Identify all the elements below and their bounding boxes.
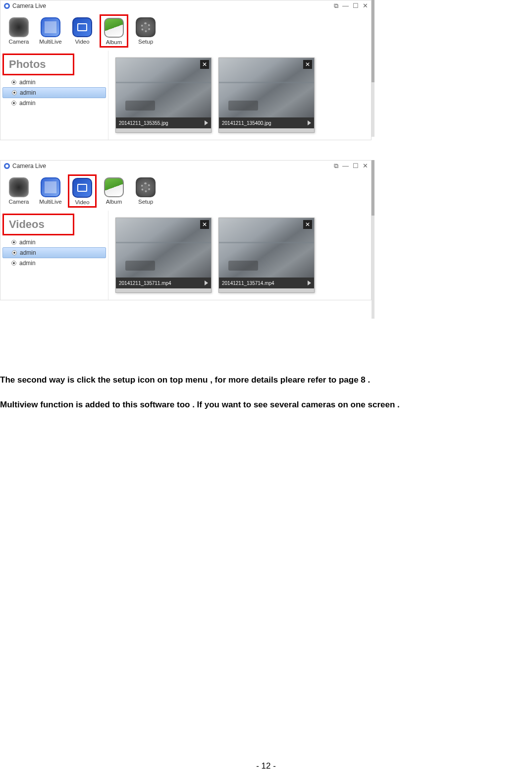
setup-icon [136, 17, 156, 37]
radio-icon [12, 90, 17, 95]
toolbar-label: Album [106, 39, 122, 45]
sidebar: Photos admin admin admin [0, 51, 108, 140]
toolbar-multilive[interactable]: MultiLive [36, 174, 65, 208]
thumbnail-filename: 20141211_135714.mp4 [222, 280, 274, 286]
thumbnail-filename: 20141211_135400.jpg [222, 120, 271, 126]
popout-icon[interactable]: ⧉ [334, 2, 338, 10]
toolbar-album[interactable]: Album [100, 14, 128, 48]
titlebar: Camera Live ⧉ — ☐ ✕ [0, 161, 371, 171]
svg-point-1 [5, 4, 8, 7]
toolbar-label: Video [75, 199, 89, 205]
sidebar-item[interactable]: admin [2, 87, 106, 98]
play-icon[interactable] [308, 120, 311, 125]
toolbar-label: Video [75, 39, 89, 45]
page-number: - 12 - [0, 761, 532, 771]
close-icon[interactable]: ✕ [303, 60, 312, 69]
sidebar-item[interactable]: admin [0, 258, 108, 268]
close-icon[interactable]: ✕ [363, 162, 368, 170]
sidebar-title-photos: Photos [2, 54, 74, 75]
popout-icon[interactable]: ⧉ [334, 162, 338, 170]
thumbnail-filename: 20141211_135355.jpg [119, 120, 168, 126]
photo-thumbnail[interactable]: ✕ 20141211_135400.jpg [218, 57, 315, 133]
thumbnail-filename: 20141211_135711.mp4 [119, 280, 171, 286]
setup-icon [136, 177, 156, 197]
sidebar-item[interactable]: admin [0, 77, 108, 87]
close-icon[interactable]: ✕ [200, 220, 209, 229]
toolbar-label: Album [106, 199, 122, 205]
titlebar: Camera Live ⧉ — ☐ ✕ [0, 0, 371, 11]
sidebar-item-label: admin [19, 79, 36, 86]
toolbar-album[interactable]: Album [100, 174, 128, 208]
window-title: Camera Live [12, 2, 46, 9]
album-icon [104, 177, 124, 197]
sidebar-item-label: admin [20, 249, 36, 256]
album-icon [104, 18, 124, 38]
app-icon [3, 163, 10, 169]
photo-thumbnail[interactable]: ✕ 20141211_135355.jpg [115, 57, 212, 133]
svg-point-3 [5, 165, 8, 167]
toolbar-label: MultiLive [39, 39, 61, 45]
sidebar: Videos admin admin admin [0, 211, 108, 300]
toolbar-video[interactable]: Video [68, 174, 97, 208]
sidebar-item-label: admin [19, 100, 36, 107]
toolbar-setup[interactable]: Setup [131, 14, 160, 48]
close-icon[interactable]: ✕ [303, 220, 312, 229]
sidebar-item-label: admin [19, 260, 36, 267]
sidebar-item[interactable]: admin [0, 237, 108, 247]
thumbnail-image [116, 218, 211, 278]
radio-icon [11, 80, 16, 85]
thumbnail-image [116, 58, 211, 117]
sidebar-item-label: admin [20, 89, 36, 96]
sidebar-title-videos: Videos [2, 214, 74, 235]
sidebar-item[interactable]: admin [2, 247, 106, 258]
close-icon[interactable]: ✕ [200, 60, 209, 69]
sidebar-item-label: admin [19, 239, 36, 246]
toolbar-video[interactable]: Video [68, 14, 97, 48]
multilive-icon [41, 177, 60, 197]
body-paragraph: The second way is click the setup icon o… [0, 374, 532, 387]
camera-live-window-videos: Camera Live ⧉ — ☐ ✕ Camera MultiLive Vid… [0, 160, 372, 300]
toolbar-camera[interactable]: Camera [4, 174, 33, 208]
thumbnail-grid: ✕ 20141211_135711.mp4 ✕ 20141211_135714.… [108, 211, 371, 300]
camera-icon [9, 17, 29, 37]
toolbar-camera[interactable]: Camera [4, 14, 33, 48]
sidebar-item[interactable]: admin [0, 98, 108, 108]
video-icon [72, 17, 92, 37]
toolbar-multilive[interactable]: MultiLive [36, 14, 65, 48]
video-thumbnail[interactable]: ✕ 20141211_135714.mp4 [218, 218, 315, 293]
toolbar-label: Camera [9, 39, 29, 45]
multilive-icon [41, 17, 60, 37]
play-icon[interactable] [205, 280, 208, 285]
radio-icon [11, 261, 16, 266]
video-icon [72, 178, 92, 198]
toolbar-label: Setup [138, 39, 153, 45]
play-icon[interactable] [308, 280, 311, 285]
radio-icon [11, 101, 16, 106]
minimize-icon[interactable]: — [342, 2, 349, 10]
thumbnail-grid: ✕ 20141211_135355.jpg ✕ 20141211_135400.… [108, 51, 371, 140]
close-icon[interactable]: ✕ [363, 2, 368, 10]
window-title: Camera Live [12, 163, 46, 169]
scrollbar[interactable] [372, 0, 374, 137]
play-icon[interactable] [205, 120, 208, 125]
app-icon [3, 2, 10, 9]
thumbnail-image [219, 218, 314, 278]
toolbar-label: Setup [138, 199, 153, 205]
toolbar: Camera MultiLive Video Album Setup [0, 11, 371, 51]
camera-live-window-photos: Camera Live ⧉ — ☐ ✕ Camera MultiLive Vid… [0, 0, 372, 140]
toolbar: Camera MultiLive Video Album Setup [0, 171, 371, 211]
scrollbar[interactable] [372, 160, 374, 319]
minimize-icon[interactable]: — [342, 162, 349, 170]
thumbnail-image [219, 58, 314, 117]
camera-icon [9, 177, 29, 197]
radio-icon [11, 240, 16, 245]
toolbar-setup[interactable]: Setup [131, 174, 160, 208]
video-thumbnail[interactable]: ✕ 20141211_135711.mp4 [115, 218, 212, 293]
toolbar-label: MultiLive [39, 199, 61, 205]
maximize-icon[interactable]: ☐ [353, 2, 359, 10]
maximize-icon[interactable]: ☐ [353, 162, 359, 170]
toolbar-label: Camera [9, 199, 29, 205]
body-paragraph: Multiview function is added to this soft… [0, 398, 532, 411]
radio-icon [12, 250, 17, 255]
